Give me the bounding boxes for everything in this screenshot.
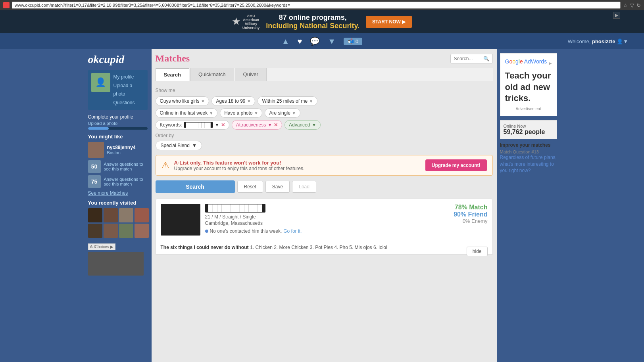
tab-quiver[interactable]: Quiver <box>235 68 267 81</box>
distance-label: Within 25 miles of me <box>262 98 308 104</box>
photo-label: Have a photo <box>224 110 252 116</box>
status-label: Are single <box>269 110 290 116</box>
online-dropdown[interactable]: Online in the last week ▼ <box>156 108 218 118</box>
alist-sub: Upgrade your account to enjoy this and t… <box>174 166 421 171</box>
attractiveness-label: Attractiveness <box>236 122 266 128</box>
questions-link[interactable]: Questions <box>113 100 135 105</box>
order-by-dropdown[interactable]: Special Blend ▼ <box>156 141 202 150</box>
list-item[interactable] <box>88 224 102 238</box>
amu-star-icon: ★ <box>232 17 240 27</box>
see-more-matches-link[interactable]: See more Matches <box>88 190 148 196</box>
profile-links: My profile Upload a photo Questions <box>113 73 144 107</box>
guys-who-dropdown[interactable]: Guys who like girls ▼ <box>156 96 210 106</box>
ad-line1: 87 online programs, <box>266 13 359 22</box>
username-link[interactable]: phosizzle <box>592 38 615 44</box>
search-button[interactable]: Search <box>156 180 235 193</box>
search-box-small[interactable]: 🔍 <box>450 54 493 63</box>
ad-banner: ▶ ★ AMU American Military University 87 … <box>0 10 644 33</box>
messages-badge[interactable]: 📬 0 <box>344 38 362 45</box>
complete-profile-sub[interactable]: Upload a photo <box>88 121 148 126</box>
keyword-clear-icon[interactable]: ✕ <box>221 122 225 128</box>
improve-matches-section: Improve your matches Match Question #13 … <box>500 142 557 174</box>
chevron-down-icon: ▼ <box>254 111 258 115</box>
attractiveness-dropdown[interactable]: Attractiveness ▼ ✕ <box>232 120 282 130</box>
chevron-down-icon: ▼ <box>192 143 197 148</box>
welcome-text: Welcome, phosizzle 👤▼ <box>568 38 628 44</box>
match-answer-prompt[interactable]: Answer questions to see this match <box>104 177 148 186</box>
search-icon[interactable]: 🔍 <box>483 56 489 61</box>
hide-button[interactable]: hide <box>467 247 488 256</box>
my-profile-link[interactable]: My profile <box>113 74 134 80</box>
alist-text: A-List only. This feature won't work for… <box>174 160 421 171</box>
user-dropdown-icon[interactable]: 👤▼ <box>617 38 628 44</box>
matches-header: Matches 🔍 <box>156 53 493 64</box>
right-sidebar: Google AdWords ▶ Teach your old ad new t… <box>497 49 560 362</box>
keywords-dropdown[interactable]: Keywords: ████████ ▼ ✕ <box>156 120 229 130</box>
list-item[interactable] <box>119 224 133 238</box>
heart-nav-icon[interactable]: ♥ <box>297 37 302 46</box>
go-for-it-link[interactable]: Go for it. <box>283 228 302 234</box>
ad-close-icon[interactable]: ▶ <box>549 61 552 65</box>
friend-percentage: 90% Friend <box>444 211 488 218</box>
right-ad-box: Google AdWords ▶ Teach your old ad new t… <box>500 53 557 116</box>
dropdown-nav-icon[interactable]: ▼ <box>328 37 336 46</box>
star-icon[interactable]: ☆ <box>623 2 628 8</box>
reset-button[interactable]: Reset <box>237 181 263 193</box>
photo-dropdown[interactable]: Have a photo ▼ <box>220 108 262 118</box>
search-input[interactable] <box>454 56 482 61</box>
match-name[interactable]: nyc89jenny4 <box>107 145 136 150</box>
list-item[interactable] <box>104 208 118 222</box>
match-thumbnail[interactable] <box>88 142 104 158</box>
upload-photo-link[interactable]: Upload a photo <box>113 83 133 97</box>
tab-quickmatch[interactable]: Quickmatch <box>190 68 234 81</box>
order-by-value: Special Blend <box>161 143 190 148</box>
ad-main-text: Teach your old ad new tricks. <box>505 70 552 104</box>
google-adwords-logo: Google AdWords <box>505 58 547 65</box>
chevron-down-icon: ▼ <box>267 122 272 128</box>
status-dropdown[interactable]: Are single ▼ <box>265 108 300 118</box>
search-nav-icon[interactable]: ▲ <box>282 37 290 46</box>
save-button[interactable]: Save <box>265 181 290 193</box>
bio-text: 1. Chicken 2. More Chicken 3. Pot Pies 4… <box>250 245 387 250</box>
favicon-icon <box>3 2 10 8</box>
okcupid-logo[interactable]: okcupid <box>88 53 148 66</box>
list-item[interactable] <box>88 208 102 222</box>
question-text-link[interactable]: Regardless of future plans, what's more … <box>500 154 557 174</box>
attractiveness-clear-icon[interactable]: ✕ <box>274 122 278 128</box>
list-item[interactable] <box>135 224 149 238</box>
main-layout: okcupid 👤 My profile Upload a photo Ques… <box>84 49 560 362</box>
advanced-label: Advanced <box>289 122 310 128</box>
chevron-down-icon: ▼ <box>311 122 316 128</box>
school-name: American Military University <box>242 18 260 30</box>
online-now-title: Online Now <box>504 124 554 128</box>
url-bar[interactable] <box>12 2 621 9</box>
ad-close-icon[interactable]: ▶ <box>613 12 620 19</box>
complete-profile-section: Complete your profile Upload a photo <box>88 114 148 130</box>
show-me-label: Show me <box>156 88 493 93</box>
sidebar: okcupid 👤 My profile Upload a photo Ques… <box>84 49 152 362</box>
refresh-icon[interactable]: ↻ <box>636 2 641 8</box>
order-by-label: Order by <box>156 133 493 138</box>
match-photo[interactable] <box>161 204 200 236</box>
chevron-down-icon: ▼ <box>247 99 251 103</box>
messages-nav-icon[interactable]: 💬 <box>310 36 320 46</box>
ad-line2: including National Security. <box>266 22 359 30</box>
list-item[interactable] <box>135 208 149 222</box>
load-button[interactable]: Load <box>292 181 316 193</box>
match-percentages: 78% Match 90% Friend 0% Enemy <box>444 204 488 236</box>
start-now-button[interactable]: START NOW ▶ <box>366 16 412 28</box>
list-item[interactable] <box>119 208 133 222</box>
you-might-like-section: You might like nyc89jenny4 Boston 50 Ans… <box>88 134 148 196</box>
list-item: 50 Answer questions to see this match <box>88 160 148 173</box>
match-username[interactable]: ████████████ <box>205 204 265 213</box>
distance-dropdown[interactable]: Within 25 miles of me ▼ <box>258 96 317 106</box>
keyword-value[interactable]: ████████ <box>184 122 213 128</box>
down-icon[interactable]: ▽ <box>630 2 634 8</box>
ages-dropdown[interactable]: Ages 18 to 99 ▼ <box>211 96 255 106</box>
upgrade-button[interactable]: Upgrade my account! <box>425 159 487 171</box>
list-item[interactable] <box>104 224 118 238</box>
ad-label: Advertisement <box>505 107 552 111</box>
tab-search[interactable]: Search <box>156 68 189 81</box>
advanced-dropdown[interactable]: Advanced ▼ <box>285 120 321 130</box>
match-answer-prompt[interactable]: Answer questions to see this match <box>104 162 148 171</box>
